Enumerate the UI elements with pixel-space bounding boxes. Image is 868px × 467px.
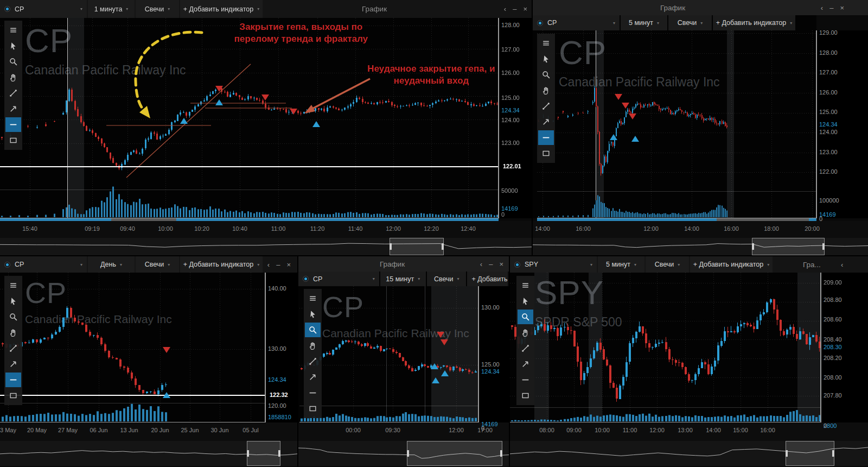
minimize-button[interactable]: – <box>513 5 516 12</box>
chart-navigator[interactable] <box>0 441 297 466</box>
arrow-tool[interactable] <box>305 370 321 384</box>
rectangle-tool[interactable] <box>5 388 21 403</box>
hand-tool[interactable] <box>518 325 533 340</box>
chart-type-select[interactable]: Свечи ▾ <box>136 256 179 273</box>
navigator-slider[interactable] <box>786 441 834 466</box>
line-tool[interactable] <box>538 99 554 113</box>
price-label: 208.80 <box>824 296 842 303</box>
rectangle-tool[interactable] <box>305 401 321 416</box>
navigator-slider[interactable] <box>247 441 280 466</box>
h-scrollbar[interactable] <box>537 218 816 221</box>
time-axis[interactable]: 00:0009:3012:0017:00 <box>298 422 509 441</box>
menu-tool[interactable] <box>5 23 21 37</box>
time-axis[interactable]: 3 May20 May27 May06 Jun13 Jun20 Jun25 Ju… <box>0 422 297 441</box>
titlebar[interactable]: График ‹ – × <box>533 0 868 15</box>
navigator-slider[interactable] <box>407 441 502 466</box>
close-button[interactable]: × <box>840 4 844 11</box>
hand-tool[interactable] <box>5 70 21 85</box>
cursor-tool[interactable] <box>538 52 554 66</box>
symbol-select[interactable]: CP ▾ <box>0 256 87 273</box>
time-axis[interactable]: 15:4009:1909:4010:0010:2010:4011:0011:20… <box>0 221 532 238</box>
symbol-select[interactable]: CP ▾ <box>533 15 620 30</box>
chart-navigator[interactable] <box>510 441 868 466</box>
zoom-tool[interactable] <box>5 54 21 69</box>
navigator-slider[interactable] <box>752 238 825 255</box>
arrow-tool[interactable] <box>518 357 533 371</box>
timeframe-select[interactable]: 5 минут ▾ <box>621 15 667 30</box>
close-button[interactable]: × <box>499 261 503 268</box>
zoom-tool[interactable] <box>305 323 321 337</box>
collapse-button[interactable]: ‹ <box>504 5 506 12</box>
collapse-button[interactable]: ‹ <box>841 261 843 268</box>
cursor-tool[interactable] <box>5 39 21 53</box>
chart-type-select[interactable]: Свечи ▾ <box>427 272 467 286</box>
menu-tool[interactable] <box>538 36 554 51</box>
arrow-tool[interactable] <box>538 115 554 129</box>
horizontal-line-tool[interactable] <box>5 117 21 132</box>
symbol-select[interactable]: SPY ▾ <box>510 256 597 273</box>
timeframe-select[interactable]: 15 минут ▾ <box>380 272 426 286</box>
menu-tool[interactable] <box>5 278 21 293</box>
timeframe-select[interactable]: 5 минут ▾ <box>598 256 644 273</box>
horizontal-line-tool[interactable] <box>538 130 554 145</box>
timeframe-select[interactable]: День ▾ <box>88 256 135 273</box>
close-button[interactable]: × <box>523 5 527 12</box>
add-indicator-button[interactable]: + Добавить индикатор <box>467 272 508 286</box>
titlebar[interactable]: График ‹ – × <box>298 256 509 272</box>
chart-navigator[interactable] <box>298 441 509 466</box>
cursor-tool[interactable] <box>5 294 21 308</box>
titlebar[interactable]: CP ▾ День ▾ Свечи ▾ + Добавить индикатор… <box>0 256 297 273</box>
arrow-tool[interactable] <box>5 357 21 371</box>
cursor-tool[interactable] <box>518 294 533 308</box>
chart-type-select[interactable]: Свечи ▾ <box>136 0 179 18</box>
time-label: 00:00 <box>346 427 361 433</box>
add-indicator-button[interactable]: + Добавить индикатор ▾ <box>713 15 795 30</box>
timeframe-select[interactable]: 1 минута ▾ <box>88 0 135 18</box>
add-indicator-button[interactable]: + Добавить индикатор ▾ <box>180 0 263 18</box>
time-axis[interactable]: 14:0016:0012:0014:0016:0018:0020:00 <box>533 221 868 238</box>
h-scrollbar-handle[interactable] <box>717 218 809 221</box>
minimize-button[interactable]: – <box>829 4 833 11</box>
chart-type-select[interactable]: Свечи ▾ <box>646 256 689 273</box>
hand-tool[interactable] <box>538 83 554 98</box>
titlebar[interactable]: SPY ▾ 5 минут ▾ Свечи ▾ + Добавить индик… <box>510 256 868 273</box>
chart-navigator[interactable] <box>533 238 868 255</box>
hand-tool[interactable] <box>5 325 21 340</box>
minimize-button[interactable]: – <box>276 261 280 268</box>
line-tool[interactable] <box>518 341 533 356</box>
line-tool[interactable] <box>5 341 21 356</box>
rectangle-tool[interactable] <box>5 133 21 148</box>
collapse-button[interactable]: ‹ <box>267 261 270 268</box>
close-button[interactable]: × <box>286 261 291 268</box>
horizontal-line-tool[interactable] <box>518 373 533 387</box>
zoom-tool[interactable] <box>518 310 533 324</box>
minimize-button[interactable]: – <box>489 261 493 268</box>
arrow-tool[interactable] <box>5 102 21 116</box>
titlebar[interactable]: CP ▾ 1 минута ▾ Свечи ▾ + Добавить индик… <box>0 0 532 18</box>
cursor-tool[interactable] <box>305 307 321 321</box>
symbol-select[interactable]: CP ▾ <box>298 272 379 286</box>
horizontal-line-tool[interactable] <box>5 373 21 387</box>
rectangle-tool[interactable] <box>518 388 533 403</box>
zoom-tool[interactable] <box>5 310 21 324</box>
add-indicator-button[interactable]: + Добавить индикатор ▾ <box>690 256 773 273</box>
time-axis[interactable]: 08:0009:0010:0011:0012:0013:0014:0015:00… <box>510 422 868 441</box>
chart-type-select[interactable]: Свечи ▾ <box>668 15 712 30</box>
line-tool[interactable] <box>5 86 21 100</box>
navigator-slider[interactable] <box>390 238 444 255</box>
hand-tool[interactable] <box>305 338 321 353</box>
horizontal-line-tool[interactable] <box>305 386 321 400</box>
zoom-tool[interactable] <box>538 67 554 82</box>
menu-tool[interactable] <box>518 278 533 293</box>
line-tool[interactable] <box>305 354 321 369</box>
collapse-button[interactable]: ‹ <box>480 261 482 268</box>
h-scrollbar[interactable] <box>0 218 499 221</box>
rectangle-tool[interactable] <box>538 146 554 161</box>
menu-tool[interactable] <box>305 291 321 306</box>
collapse-button[interactable]: ‹ <box>821 4 823 11</box>
chevron-down-icon: ▾ <box>80 7 82 11</box>
add-indicator-button[interactable]: + Добавить индикатор ▾ <box>180 256 263 273</box>
symbol-select[interactable]: CP ▾ <box>0 0 87 18</box>
chart-navigator[interactable] <box>0 238 532 255</box>
h-scrollbar-handle[interactable] <box>111 218 176 221</box>
